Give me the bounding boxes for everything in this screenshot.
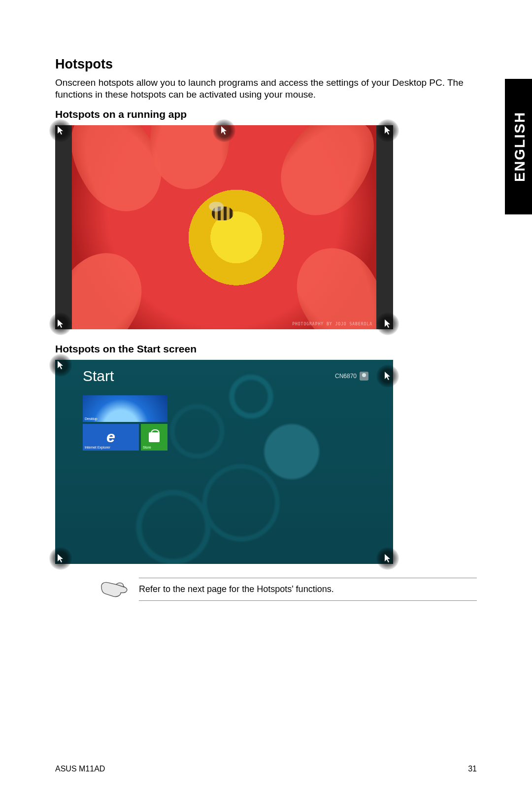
app-window: PHOTOGRAPHY BY JOJO SABEROLA bbox=[55, 125, 393, 329]
user-account[interactable]: CN6870 bbox=[335, 372, 368, 381]
tile-label: Desktop bbox=[85, 417, 98, 420]
screenshot-running-app: PHOTOGRAPHY BY JOJO SABEROLA bbox=[55, 125, 393, 329]
store-icon bbox=[149, 432, 160, 442]
page-footer: ASUS M11AD 31 bbox=[55, 765, 477, 773]
photo-watermark: PHOTOGRAPHY BY JOJO SABEROLA bbox=[292, 322, 372, 326]
note-section: Refer to the next page for the Hotspots'… bbox=[100, 578, 477, 601]
subheading-start-screen: Hotspots on the Start screen bbox=[55, 343, 477, 355]
screenshot-start-screen: Start CN6870 Desktop e Internet Explorer… bbox=[55, 360, 393, 564]
page-content: Hotspots Onscreen hotspots allow you to … bbox=[0, 0, 532, 601]
tile-label: Internet Explorer bbox=[85, 446, 110, 449]
bee-icon bbox=[212, 207, 233, 220]
footer-model: ASUS M11AD bbox=[55, 765, 105, 773]
intro-text: Onscreen hotspots allow you to launch pr… bbox=[55, 77, 477, 101]
tile-label: Store bbox=[143, 446, 151, 449]
footer-page-number: 31 bbox=[468, 765, 477, 773]
start-screen: Start CN6870 Desktop e Internet Explorer… bbox=[55, 360, 393, 564]
app-sidebar-left bbox=[55, 125, 72, 329]
start-title: Start bbox=[83, 368, 114, 384]
heading-hotspots: Hotspots bbox=[55, 57, 477, 72]
app-sidebar-right bbox=[376, 125, 393, 329]
note-text: Refer to the next page for the Hotspots'… bbox=[139, 578, 477, 601]
user-name: CN6870 bbox=[335, 373, 357, 380]
language-tab: ENGLISH bbox=[505, 79, 532, 214]
tile-group: Desktop e Internet Explorer Store bbox=[83, 395, 167, 451]
flower-photo: PHOTOGRAPHY BY JOJO SABEROLA bbox=[72, 125, 376, 329]
avatar-icon bbox=[360, 372, 368, 381]
tile-store[interactable]: Store bbox=[141, 424, 167, 451]
subheading-running-app: Hotspots on a running app bbox=[55, 108, 477, 120]
tile-desktop[interactable]: Desktop bbox=[83, 395, 167, 422]
pointing-hand-icon bbox=[100, 578, 128, 600]
ie-icon: e bbox=[106, 428, 115, 446]
tile-internet-explorer[interactable]: e Internet Explorer bbox=[83, 424, 139, 451]
